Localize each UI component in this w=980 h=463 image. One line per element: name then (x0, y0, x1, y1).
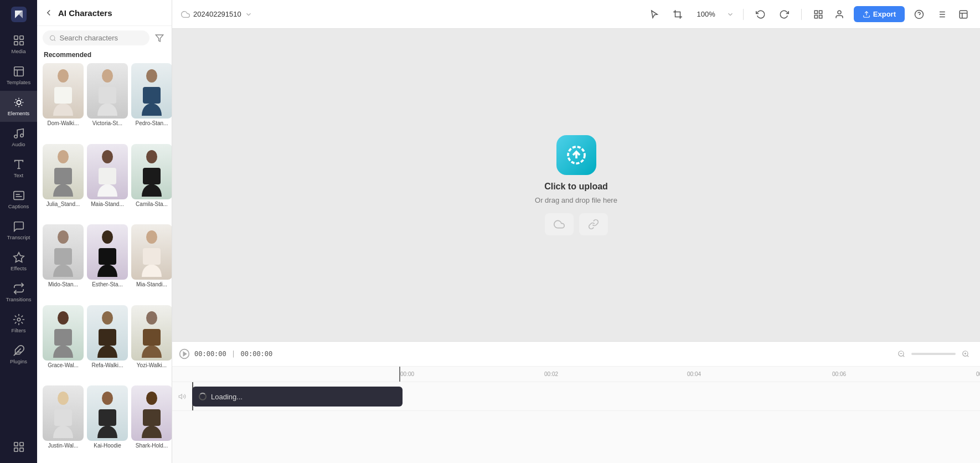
character-card[interactable]: Grace-Wal... (43, 305, 84, 383)
svg-point-49 (146, 311, 157, 325)
svg-rect-2 (19, 36, 23, 39)
svg-line-78 (903, 356, 905, 357)
character-image (43, 305, 84, 361)
character-card[interactable]: Yozi-Walki... (131, 305, 172, 383)
character-card[interactable]: Camila-Sta... (131, 144, 172, 222)
sidebar-item-media[interactable]: Media (0, 29, 37, 60)
character-card[interactable]: Pedro-Stan... (131, 63, 172, 141)
sidebar-item-transcript[interactable]: Transcript (0, 215, 37, 246)
character-image (43, 63, 84, 119)
character-name: Maia-Stand... (87, 201, 128, 207)
svg-rect-42 (99, 248, 116, 265)
sidebar-item-effects[interactable]: Effects (0, 246, 37, 277)
svg-rect-59 (814, 15, 817, 18)
svg-point-41 (102, 230, 113, 244)
redo-button[interactable] (776, 7, 792, 22)
project-name[interactable]: 202402291510 (181, 10, 252, 19)
character-name: Shark-Hold... (131, 443, 172, 449)
svg-rect-28 (54, 87, 72, 104)
zoom-track[interactable] (911, 353, 956, 355)
svg-rect-5 (14, 67, 23, 76)
zoom-display[interactable]: 100% (693, 8, 720, 20)
svg-rect-23 (19, 448, 23, 451)
svg-rect-38 (143, 168, 161, 184)
grid-view-button[interactable] (811, 7, 826, 22)
upload-link-button[interactable] (579, 213, 608, 235)
character-card[interactable]: Maia-Stand... (87, 144, 128, 222)
character-image (43, 385, 84, 441)
current-time: 00:00:00 | 00:00:00 (194, 350, 272, 358)
svg-marker-26 (156, 35, 163, 42)
character-card[interactable]: Kai-Hoodie (87, 385, 128, 463)
character-name: Esther-Sta... (87, 281, 128, 287)
upload-cloud-button[interactable] (545, 213, 574, 235)
zoom-out-button[interactable] (894, 346, 909, 362)
upload-icon-wrap (556, 135, 596, 175)
play-button[interactable] (179, 348, 190, 359)
sidebar-item-filters[interactable]: Filters (0, 308, 37, 339)
svg-rect-4 (19, 42, 23, 45)
character-card[interactable]: Esther-Sta... (87, 224, 128, 302)
panel-header: AI Characters (37, 0, 172, 26)
user-account-button[interactable] (832, 7, 847, 22)
svg-point-47 (102, 311, 113, 325)
character-name: Grace-Wal... (43, 362, 84, 368)
svg-rect-13 (13, 192, 23, 200)
sidebar-item-audio[interactable]: Audio (0, 122, 37, 153)
export-icon (863, 11, 870, 18)
svg-rect-32 (143, 87, 161, 104)
sidebar-item-plugins[interactable]: Plugins (0, 339, 37, 370)
select-tool-button[interactable] (646, 7, 663, 22)
sidebar-item-templates-label: Templates (7, 79, 30, 85)
svg-point-55 (146, 392, 157, 405)
toolbar-right-icons (811, 7, 847, 22)
character-card[interactable]: Mido-Stan... (43, 224, 84, 302)
svg-rect-60 (819, 15, 822, 18)
crop-tool-button[interactable] (669, 7, 686, 22)
svg-rect-36 (99, 168, 116, 184)
app-logo (9, 4, 29, 24)
sidebar-item-media-label: Media (12, 48, 26, 54)
svg-marker-84 (179, 394, 182, 398)
filter-button[interactable] (153, 32, 166, 45)
svg-rect-40 (54, 248, 72, 265)
character-image (131, 224, 172, 280)
character-card[interactable]: Julia_Stand... (43, 144, 84, 222)
help-button[interactable] (911, 7, 927, 22)
svg-point-17 (17, 318, 20, 321)
export-button[interactable]: Export (854, 6, 905, 22)
character-card[interactable]: Shark-Hold... (131, 385, 172, 463)
svg-marker-16 (13, 253, 23, 262)
undo-button[interactable] (752, 7, 769, 22)
sidebar-item-effects-label: Effects (11, 265, 27, 271)
character-card[interactable]: Refa-Walki... (87, 305, 128, 383)
character-name: Victoria-St... (87, 120, 128, 126)
sidebar-item-transitions[interactable]: Transitions (0, 277, 37, 308)
svg-rect-52 (54, 409, 72, 426)
character-image (87, 224, 128, 280)
sidebar-item-captions[interactable]: Captions (0, 184, 37, 215)
character-card[interactable]: Dom-Walki... (43, 63, 84, 141)
svg-rect-57 (814, 11, 817, 13)
loading-spinner (199, 393, 207, 400)
character-card[interactable]: Victoria-St... (87, 63, 128, 141)
sidebar-item-text[interactable]: Text (0, 153, 37, 184)
character-image (131, 305, 172, 361)
sidebar-item-elements[interactable]: Elements (0, 91, 37, 122)
svg-rect-3 (14, 42, 17, 45)
settings-button[interactable] (933, 7, 949, 22)
layout-button[interactable] (956, 7, 971, 22)
back-button[interactable] (44, 8, 54, 18)
svg-point-29 (102, 69, 113, 83)
character-card[interactable]: Justin-Wal... (43, 385, 84, 463)
character-name: Pedro-Stan... (131, 120, 172, 126)
ruler-mark-2: 00:04 (687, 371, 701, 377)
character-card[interactable]: Mia-Standi... (131, 224, 172, 302)
sidebar-item-more[interactable] (0, 435, 37, 459)
svg-rect-48 (99, 329, 116, 346)
canvas-area[interactable]: Click to upload Or drag and drop file he… (172, 29, 980, 341)
zoom-in-button[interactable] (958, 346, 973, 362)
sidebar-item-templates[interactable]: Templates (0, 60, 37, 91)
svg-rect-22 (14, 448, 17, 451)
search-input[interactable] (59, 34, 143, 42)
